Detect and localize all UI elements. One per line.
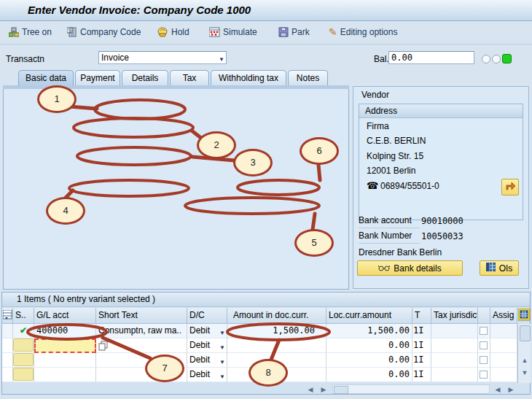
dc-select[interactable]: Debit▼	[187, 338, 227, 353]
jurisdiction-cell[interactable]	[431, 353, 478, 368]
vscrollbar-thumb[interactable]	[520, 325, 531, 341]
dc-select[interactable]: Debit▼	[187, 353, 227, 368]
navigate-arrow-icon	[505, 182, 515, 193]
table-vscrollbar[interactable]: ▲ ▼	[517, 324, 531, 383]
balance-field[interactable]: 0.00	[388, 51, 474, 64]
row-select-cell[interactable]	[2, 368, 13, 382]
column-header-amount-loc[interactable]: Loc.curr.amount	[326, 308, 412, 324]
company-code-button[interactable]: § Company Code	[64, 24, 144, 40]
assignment-cell[interactable]	[490, 324, 517, 338]
gl-acct-edit-cell[interactable]	[34, 338, 96, 353]
column-header-tax[interactable]: T	[412, 308, 431, 324]
bank-number-value: 10050033	[421, 231, 463, 241]
row-select-cell[interactable]	[2, 353, 13, 368]
column-header-jurisdiction[interactable]: Tax jurisdictn c...	[431, 308, 478, 324]
red-light-icon	[482, 55, 490, 63]
column-header-gl-acct[interactable]: G/L acct	[34, 308, 96, 324]
amount-loc-cell[interactable]: 0.00	[326, 368, 412, 382]
copy-icon[interactable]	[98, 341, 109, 353]
simulate-button[interactable]: Simulate	[206, 24, 260, 40]
row-select-cell[interactable]	[2, 338, 13, 353]
amount-loc-cell[interactable]: 0.00	[326, 353, 412, 368]
scroll-down-icon[interactable]: ▼	[520, 368, 529, 378]
column-header-check[interactable]	[478, 308, 490, 324]
jurisdiction-cell[interactable]	[431, 338, 478, 353]
chevron-down-icon[interactable]: ▼	[219, 326, 225, 338]
check-cell[interactable]	[478, 324, 490, 338]
ois-button[interactable]: OIs	[480, 260, 519, 276]
yellow-light-icon	[492, 55, 501, 63]
row-select-cell[interactable]	[2, 324, 13, 338]
row-status-cell[interactable]	[13, 368, 34, 382]
short-text-cell[interactable]: Consumptn, raw ma..	[96, 324, 187, 338]
transaction-label: Transactn	[6, 54, 44, 64]
scroll-left-icon[interactable]: ◀	[305, 385, 316, 395]
gl-acct-cell[interactable]: 400000	[34, 324, 96, 338]
tab-notes[interactable]: Notes	[288, 70, 328, 85]
dc-select[interactable]: Debit▼	[187, 324, 227, 338]
row-checkbox[interactable]	[480, 356, 488, 364]
check-cell[interactable]	[478, 353, 490, 368]
tab-payment[interactable]: Payment	[75, 70, 120, 85]
assignment-cell[interactable]	[490, 338, 517, 353]
column-header-short-text[interactable]: Short Text	[96, 308, 187, 324]
balance-label: Bal.	[374, 54, 389, 64]
toolbar-button-label: Simulate	[223, 27, 257, 37]
items-header-text: 1 Items ( No entry variant selected )	[17, 294, 155, 304]
callout-8: 8	[249, 359, 288, 387]
gl-acct-cell[interactable]	[34, 353, 96, 368]
tax-code-cell[interactable]: 1I	[412, 338, 431, 353]
row-status-cell[interactable]	[13, 338, 34, 353]
transaction-select[interactable]: Invoice ▼	[98, 51, 227, 64]
gl-acct-cell[interactable]	[34, 368, 96, 382]
green-light-icon	[502, 54, 512, 63]
scroll-right-icon[interactable]: ▶	[505, 385, 517, 395]
amount-loc-cell[interactable]: 0.00	[326, 338, 412, 353]
tax-code-cell[interactable]: 1I	[412, 324, 431, 338]
column-header-dc[interactable]: D/C	[187, 308, 227, 324]
jurisdiction-cell[interactable]	[431, 368, 478, 382]
scroll-left-icon[interactable]: ◀	[492, 385, 504, 395]
table-hscrollbar[interactable]	[332, 384, 490, 394]
check-cell[interactable]	[478, 338, 490, 353]
dc-select[interactable]: Debit▼	[187, 368, 227, 382]
park-button[interactable]: Park	[275, 24, 313, 40]
jurisdiction-cell[interactable]	[431, 324, 478, 338]
short-text-cell[interactable]	[96, 338, 187, 353]
editing-options-button[interactable]: ✎ Editing options	[326, 24, 400, 40]
hold-button[interactable]: Hold	[154, 24, 192, 40]
table-settings-button[interactable]	[518, 309, 531, 323]
check-cell[interactable]	[478, 368, 490, 382]
chevron-down-icon[interactable]: ▼	[219, 54, 224, 66]
row-checkbox[interactable]	[480, 371, 488, 379]
amount-loc-cell[interactable]: 1,500.00	[326, 324, 412, 338]
assignment-cell[interactable]	[490, 368, 517, 382]
row-checkbox[interactable]	[480, 341, 488, 349]
tab-details[interactable]: Details	[122, 70, 168, 85]
row-checkbox[interactable]	[480, 327, 488, 335]
vendor-navigate-button[interactable]	[501, 179, 519, 195]
tax-code-cell[interactable]: 1I	[412, 368, 431, 382]
scroll-up-icon[interactable]: ▲	[520, 356, 529, 365]
tab-tax[interactable]: Tax	[170, 70, 209, 85]
column-header-status[interactable]: S..	[13, 308, 34, 324]
tax-code-cell[interactable]: 1I	[412, 353, 431, 368]
tab-basic-data[interactable]: Basic data	[18, 70, 74, 86]
amount-doc-cell[interactable]: 1,500.00	[227, 324, 326, 338]
hscrollbar-thumb[interactable]	[334, 386, 348, 394]
table-icon	[486, 263, 496, 274]
row-status-cell[interactable]	[13, 353, 34, 368]
bank-details-button[interactable]: Bank details	[357, 260, 463, 276]
row-config-header-cell[interactable]	[2, 308, 13, 324]
tab-withholding-tax[interactable]: Withholding tax	[211, 70, 286, 85]
chevron-down-icon[interactable]: ▼	[219, 355, 225, 368]
column-header-assignment[interactable]: Assig	[490, 308, 517, 324]
column-header-amount-doc[interactable]: Amount in doc.curr.	[227, 308, 326, 324]
tree-icon	[9, 27, 19, 37]
amount-doc-cell[interactable]	[227, 338, 326, 353]
tree-on-button[interactable]: Tree on	[6, 24, 55, 40]
chevron-down-icon[interactable]: ▼	[219, 370, 225, 382]
chevron-down-icon[interactable]: ▼	[219, 341, 225, 353]
scroll-right-icon[interactable]: ▶	[318, 385, 329, 395]
assignment-cell[interactable]	[490, 353, 517, 368]
